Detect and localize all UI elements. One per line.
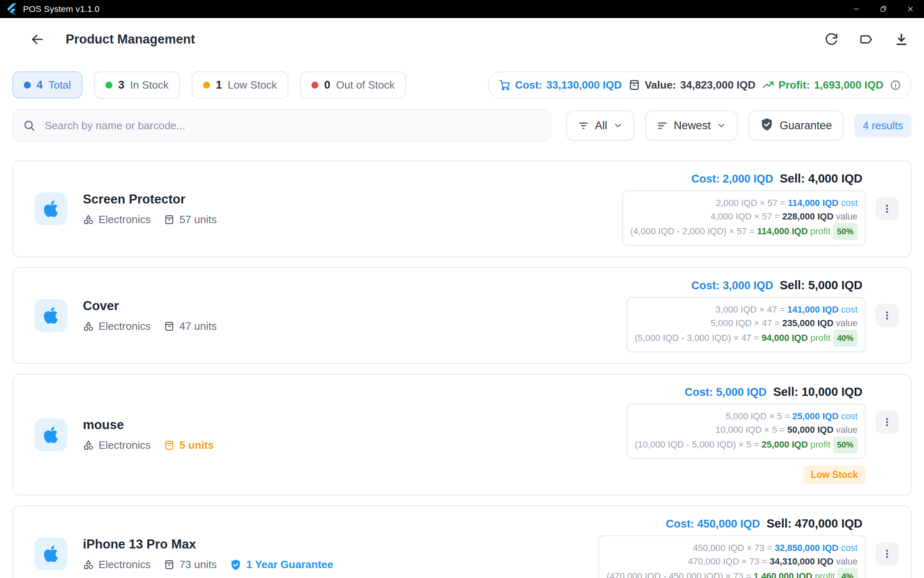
product-menu-button[interactable] <box>876 304 899 327</box>
inventory-icon <box>164 440 175 451</box>
shield-check-icon <box>760 117 774 134</box>
category-filter-dropdown[interactable]: All <box>566 110 634 141</box>
product-menu-button[interactable] <box>876 411 899 434</box>
trending-up-icon <box>762 79 774 91</box>
calc-profit-line: (4,000 IQD - 2,000 IQD) × 57 = 114,000 I… <box>630 223 858 240</box>
product-category: Electronics <box>83 558 151 571</box>
summary-value: Value: 34,823,000 IQD <box>628 79 755 91</box>
calc-profit-line: (10,000 IQD - 5,000 IQD) × 5 = 25,000 IQ… <box>635 436 858 453</box>
toolbar: All Newest Guarantee 4 results <box>12 109 912 142</box>
profit-percent-badge: 4% <box>837 568 858 578</box>
calc-value-line: 5,000 IQD × 47 = 235,000 IQD value <box>635 316 858 330</box>
restore-icon <box>879 5 887 13</box>
more-vertical-icon <box>882 417 892 427</box>
chevron-down-icon <box>716 121 726 130</box>
calc-profit-line: (470,000 IQD - 450,000 IQD) × 73 = 1,460… <box>606 568 858 578</box>
filter-chip-out-of-stock[interactable]: 0 Out of Stock <box>300 71 406 98</box>
cart-icon <box>499 79 511 91</box>
window-title: POS System v1.1.0 <box>23 4 100 14</box>
tag-button[interactable] <box>856 29 876 50</box>
profit-percent-badge: 40% <box>833 330 858 347</box>
chip-count: 3 <box>118 79 124 91</box>
inventory-icon <box>164 214 175 225</box>
minimize-button[interactable] <box>843 0 870 18</box>
product-category: Electronics <box>83 213 151 226</box>
apple-logo-icon <box>43 425 59 444</box>
info-icon <box>890 80 901 91</box>
back-button[interactable] <box>27 29 48 50</box>
download-button[interactable] <box>891 29 912 50</box>
calc-box: 450,000 IQD × 73 = 32,850,000 IQD cost 4… <box>598 535 866 578</box>
product-units: 5 units <box>164 439 214 452</box>
chip-label: Out of Stock <box>336 79 395 91</box>
product-menu-button[interactable] <box>876 197 899 220</box>
low-stock-badge: Low Stock <box>803 466 866 484</box>
minimize-icon <box>852 5 860 13</box>
product-category: Electronics <box>83 439 151 452</box>
filter-chip-total[interactable]: 4 Total <box>12 71 82 98</box>
product-units: 73 units <box>164 558 217 571</box>
product-category: Electronics <box>83 320 151 333</box>
stats-row: 4 Total 3 In Stock 1 Low Stock 0 Out of … <box>12 71 912 98</box>
product-name: Screen Protector <box>83 192 217 207</box>
calc-cost-line: 5,000 IQD × 5 = 25,000 IQD cost <box>635 409 858 423</box>
refresh-icon <box>824 32 838 46</box>
product-card: Screen Protector Electronics 57 units <box>12 160 912 257</box>
shield-check-icon <box>230 559 242 571</box>
summary-cost: Cost: 33,130,000 IQD <box>499 79 622 91</box>
restore-button[interactable] <box>870 0 897 18</box>
guarantee-filter-button[interactable]: Guarantee <box>748 110 844 141</box>
chevron-down-icon <box>613 121 623 130</box>
flutter-logo-icon <box>6 3 18 15</box>
inventory-summary: Cost: 33,130,000 IQD Value: 34,823,000 I… <box>488 71 912 98</box>
filter-chip-in-stock[interactable]: 3 In Stock <box>94 71 180 98</box>
inventory-icon <box>164 321 175 332</box>
chip-count: 4 <box>37 79 43 91</box>
filter-chip-low-stock[interactable]: 1 Low Stock <box>192 71 288 98</box>
inventory-icon <box>628 79 640 91</box>
calc-box: 5,000 IQD × 5 = 25,000 IQD cost 10,000 I… <box>627 404 866 459</box>
product-image <box>34 192 67 225</box>
profit-percent-badge: 50% <box>833 436 858 453</box>
search-input[interactable] <box>45 119 541 132</box>
calc-profit-line: (5,000 IQD - 3,000 IQD) × 47 = 94,000 IQ… <box>635 330 858 347</box>
download-icon <box>894 32 908 46</box>
product-card: iPhone 13 Pro Max Electronics 73 units <box>12 505 912 578</box>
product-guarantee: 1 Year Guarantee <box>230 558 333 571</box>
more-vertical-icon <box>882 548 892 559</box>
calc-cost-line: 2,000 IQD × 57 = 114,000 IQD cost <box>630 196 858 210</box>
product-menu-button[interactable] <box>876 542 899 565</box>
close-button[interactable] <box>897 0 924 18</box>
product-sell: Sell: 470,000 IQD <box>766 517 862 530</box>
product-image <box>34 537 67 570</box>
search-box <box>12 109 551 142</box>
product-card: Cover Electronics 47 units <box>12 267 912 364</box>
search-icon <box>23 119 36 132</box>
category-icon <box>83 321 94 332</box>
product-sell: Sell: 4,000 IQD <box>780 172 863 185</box>
page-title: Product Management <box>66 32 195 47</box>
calc-box: 3,000 IQD × 47 = 141,000 IQD cost 5,000 … <box>627 297 866 352</box>
guarantee-label: Guarantee <box>780 119 832 132</box>
results-count-badge: 4 results <box>854 114 912 137</box>
chip-label: In Stock <box>130 79 169 91</box>
product-units: 47 units <box>164 320 217 333</box>
filter-value: All <box>595 119 607 132</box>
product-list: Screen Protector Electronics 57 units <box>12 160 912 578</box>
product-units: 57 units <box>164 213 217 226</box>
calc-value-line: 470,000 IQD × 73 = 34,310,000 IQD value <box>606 555 858 568</box>
total-dot-icon <box>24 82 31 89</box>
category-icon <box>83 440 94 451</box>
refresh-button[interactable] <box>821 29 841 50</box>
back-arrow-icon <box>30 32 44 46</box>
product-sell: Sell: 10,000 IQD <box>773 385 862 399</box>
in-stock-dot-icon <box>105 82 112 89</box>
tag-icon <box>859 32 873 46</box>
sort-dropdown[interactable]: Newest <box>645 110 738 141</box>
out-of-stock-dot-icon <box>311 82 318 89</box>
low-stock-dot-icon <box>203 82 210 89</box>
product-cost: Cost: 450,000 IQD <box>666 518 760 530</box>
apple-logo-icon <box>43 199 59 218</box>
product-cost: Cost: 3,000 IQD <box>691 279 773 292</box>
info-button[interactable] <box>890 80 901 91</box>
